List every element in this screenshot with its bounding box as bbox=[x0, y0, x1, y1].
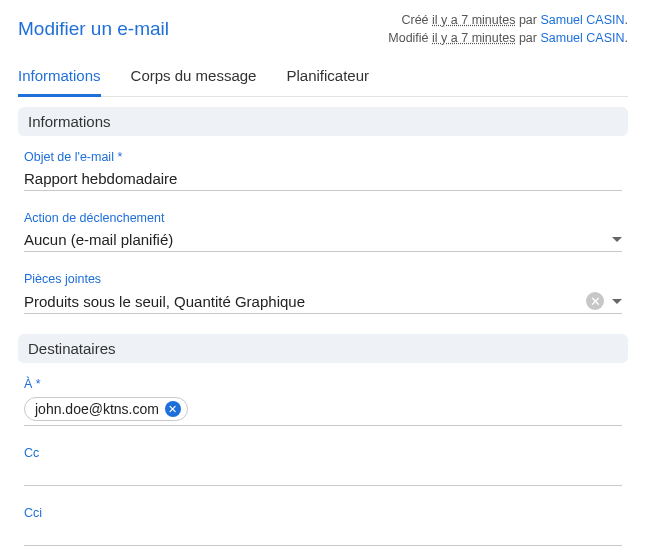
chevron-down-icon bbox=[612, 299, 622, 304]
tab-body[interactable]: Corps du message bbox=[131, 61, 257, 97]
tab-informations[interactable]: Informations bbox=[18, 61, 101, 97]
attachments-select[interactable]: Produits sous le seuil, Quantité Graphiq… bbox=[24, 288, 622, 314]
subject-input[interactable] bbox=[24, 170, 622, 187]
meta-block: Créé il y a 7 minutes par Samuel CASIN. … bbox=[388, 12, 628, 47]
bcc-input-line[interactable] bbox=[24, 522, 622, 546]
subject-input-line[interactable] bbox=[24, 166, 622, 191]
chevron-down-icon bbox=[612, 237, 622, 242]
to-label: À * bbox=[24, 377, 622, 391]
cc-input-line[interactable] bbox=[24, 462, 622, 486]
to-input-line[interactable]: john.doe@ktns.com ✕ bbox=[24, 393, 622, 426]
modified-user-link[interactable]: Samuel CASIN bbox=[540, 31, 624, 45]
created-user-link[interactable]: Samuel CASIN bbox=[540, 13, 624, 27]
recipient-chip-label: john.doe@ktns.com bbox=[35, 401, 159, 417]
subject-label: Objet de l'e-mail * bbox=[24, 150, 622, 164]
trigger-value: Aucun (e-mail planifié) bbox=[24, 231, 604, 248]
trigger-label: Action de déclenchement bbox=[24, 211, 622, 225]
created-time: il y a 7 minutes bbox=[432, 13, 515, 27]
attachments-label: Pièces jointes bbox=[24, 272, 622, 286]
created-by-word: par bbox=[519, 13, 541, 27]
modified-by-word: par bbox=[519, 31, 541, 45]
created-period: . bbox=[625, 13, 628, 27]
bcc-label: Cci bbox=[24, 506, 622, 520]
created-prefix: Créé bbox=[401, 13, 432, 27]
recipient-chip: john.doe@ktns.com ✕ bbox=[24, 397, 188, 421]
modified-period: . bbox=[625, 31, 628, 45]
page-title: Modifier un e-mail bbox=[18, 18, 169, 40]
close-icon[interactable]: ✕ bbox=[165, 401, 181, 417]
modified-time: il y a 7 minutes bbox=[432, 31, 515, 45]
attachments-value: Produits sous le seuil, Quantité Graphiq… bbox=[24, 293, 578, 310]
modified-prefix: Modifié bbox=[388, 31, 432, 45]
cc-label: Cc bbox=[24, 446, 622, 460]
clear-icon[interactable]: ✕ bbox=[586, 292, 604, 310]
trigger-select[interactable]: Aucun (e-mail planifié) bbox=[24, 227, 622, 252]
section-header-recipients: Destinataires bbox=[18, 334, 628, 363]
tabs: Informations Corps du message Planificat… bbox=[18, 61, 628, 97]
tab-scheduler[interactable]: Planificateur bbox=[286, 61, 369, 97]
section-header-informations: Informations bbox=[18, 107, 628, 136]
